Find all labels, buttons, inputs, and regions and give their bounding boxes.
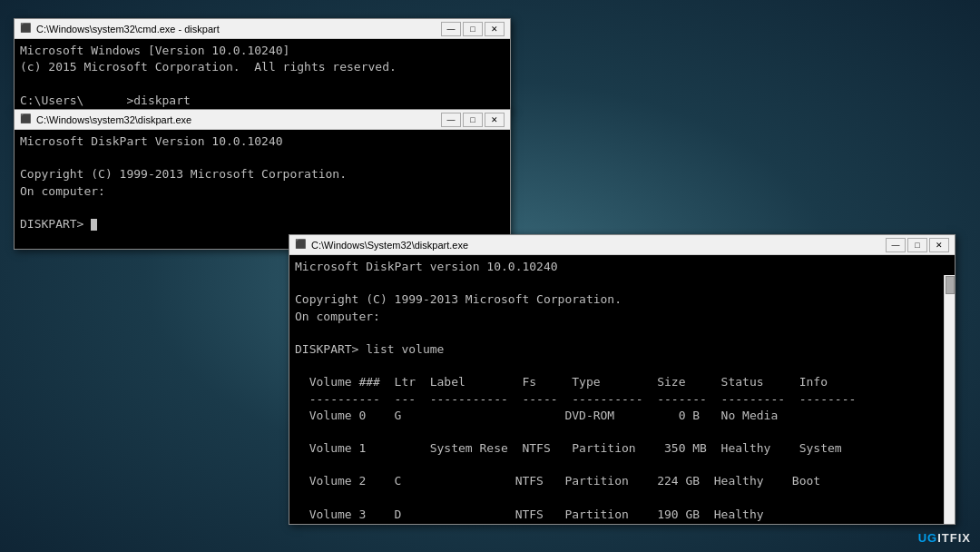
titlebar-buttons-2: — □ ✕ [441, 113, 505, 127]
cmd-content: Microsoft Windows [Version 10.0.10240] (… [20, 43, 505, 109]
watermark: UGITFIX [918, 531, 971, 545]
watermark-suffix: ITFIX [937, 531, 971, 545]
volume-0-row: Volume 0 G DVD-ROM 0 B No Media [295, 408, 942, 424]
table-header: Volume ### Ltr Label Fs Type Size Status… [295, 375, 828, 389]
close-button[interactable]: ✕ [485, 22, 505, 36]
diskpart-small-titlebar[interactable]: ⬛ C:\Windows\system32\diskpart.exe — □ ✕ [15, 110, 510, 130]
cmd-title: C:\Windows\system32\cmd.exe - diskpart [36, 24, 220, 34]
scrollbar-thumb[interactable] [946, 276, 955, 294]
diskpart-small-title: C:\Windows\system32\diskpart.exe [36, 114, 191, 125]
scrollbar[interactable] [944, 275, 955, 524]
cmd-terminal-body: Microsoft Windows [Version 10.0.10240] (… [15, 39, 510, 112]
volume-2-row: Volume 2 C NTFS Partition 224 GB Healthy… [295, 473, 942, 489]
cmd-window: ⬛ C:\Windows\system32\cmd.exe - diskpart… [14, 18, 511, 113]
minimize-button-3[interactable]: — [886, 238, 906, 252]
minimize-button[interactable]: — [441, 22, 461, 36]
diskpart-large-icon: ⬛ [295, 239, 308, 251]
diskpart-large-content: Microsoft DiskPart version 10.0.10240 Co… [295, 259, 942, 524]
table-separator: ---------- --- ----------- ----- -------… [295, 392, 856, 406]
close-button-3[interactable]: ✕ [929, 238, 949, 252]
cmd-titlebar[interactable]: ⬛ C:\Windows\system32\cmd.exe - diskpart… [15, 19, 510, 39]
cmd-icon: ⬛ [20, 23, 33, 35]
copyright-line: Copyright (C) 1999-2013 Microsoft Corpor… [295, 292, 622, 306]
diskpart-large-window: ⬛ C:\Windows\System32\diskpart.exe — □ ✕… [289, 234, 956, 525]
cursor [91, 219, 97, 231]
titlebar-left-2: ⬛ C:\Windows\system32\diskpart.exe [20, 113, 191, 126]
diskpart-small-content: Microsoft DiskPart Version 10.0.10240 Co… [20, 133, 505, 232]
computer-line: On computer: [295, 310, 380, 323]
maximize-button[interactable]: □ [463, 22, 483, 36]
volume-1-row: Volume 1 System Rese NTFS Partition 350 … [295, 440, 942, 457]
diskpart-large-titlebar[interactable]: ⬛ C:\Windows\System32\diskpart.exe — □ ✕ [289, 235, 955, 255]
diskpart-small-body: Microsoft DiskPart Version 10.0.10240 Co… [15, 130, 510, 249]
diskpart-small-icon: ⬛ [20, 113, 33, 126]
diskpart-large-title: C:\Windows\System32\diskpart.exe [311, 240, 468, 251]
version-line: Microsoft DiskPart version 10.0.10240 [295, 260, 558, 273]
maximize-button-2[interactable]: □ [463, 113, 483, 127]
diskpart-large-container: Microsoft DiskPart version 10.0.10240 Co… [289, 255, 955, 524]
close-button-2[interactable]: ✕ [485, 113, 505, 127]
diskpart-large-body: Microsoft DiskPart version 10.0.10240 Co… [289, 255, 955, 524]
maximize-button-3[interactable]: □ [907, 238, 927, 252]
diskpart-small-window: ⬛ C:\Windows\system32\diskpart.exe — □ ✕… [14, 109, 511, 250]
titlebar-buttons: — □ ✕ [441, 22, 505, 36]
titlebar-buttons-3: — □ ✕ [886, 238, 949, 252]
watermark-ug: UG [918, 531, 938, 545]
volume-3-row: Volume 3 D NTFS Partition 190 GB Healthy [295, 507, 942, 523]
command-line: DISKPART> list volume [295, 342, 444, 356]
minimize-button-2[interactable]: — [441, 113, 461, 127]
titlebar-left: ⬛ C:\Windows\system32\cmd.exe - diskpart [20, 23, 220, 35]
titlebar-left-3: ⬛ C:\Windows\System32\diskpart.exe [295, 239, 468, 251]
